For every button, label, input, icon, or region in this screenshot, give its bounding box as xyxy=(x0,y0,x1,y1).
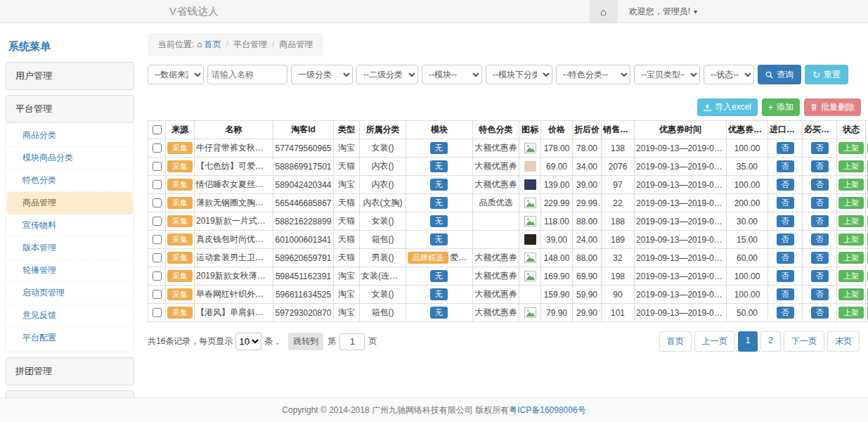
home-button[interactable]: ⌂ xyxy=(590,0,618,23)
row-checkbox[interactable] xyxy=(153,290,162,299)
import-select-badge[interactable]: 否 xyxy=(777,307,794,319)
must-buy-badge[interactable]: 否 xyxy=(811,307,829,319)
pager-button[interactable]: 上一页 xyxy=(694,331,735,352)
breadcrumb-home-link[interactable]: 首页 xyxy=(205,39,221,49)
jump-button[interactable]: 跳转到 xyxy=(288,333,323,350)
must-buy-badge[interactable]: 否 xyxy=(811,179,829,191)
must-buy-badge[interactable]: 否 xyxy=(811,160,829,173)
user-menu[interactable]: 欢迎您，管理员! ▾ xyxy=(629,0,697,23)
row-checkbox[interactable] xyxy=(153,308,162,317)
status-badge[interactable]: 上架 xyxy=(838,142,864,155)
breadcrumb-level2: 商品管理 xyxy=(279,39,313,49)
sidebar-subitem[interactable]: 商品管理 xyxy=(7,192,133,215)
status-badge[interactable]: 上架 xyxy=(838,252,864,264)
table-row: 采集 薄款无钢圈文胸聚拢性... 565446685867 天猫 内衣(文胸) … xyxy=(148,194,868,212)
filter-select-category1[interactable]: 一级分类 xyxy=(291,65,353,84)
select-all-checkbox[interactable] xyxy=(153,125,162,134)
row-checkbox[interactable] xyxy=(153,253,162,262)
sidebar-subitem[interactable]: 轮播管理 xyxy=(7,260,133,282)
pager-button[interactable]: 末页 xyxy=(827,331,860,352)
sidebar-subitem[interactable]: 宣传物料 xyxy=(7,215,133,237)
filter-select-category2[interactable]: --二级分类-- xyxy=(356,65,418,84)
filter-select-module[interactable]: --模块-- xyxy=(422,65,482,84)
icon-cell xyxy=(519,139,541,158)
sidebar-subitem[interactable]: 平台配置 xyxy=(7,327,133,349)
batch-delete-button[interactable]: 批量删除 xyxy=(804,98,861,116)
row-checkbox[interactable] xyxy=(153,217,162,226)
discount-price-cell: 88.00 xyxy=(573,212,602,231)
import-select-badge[interactable]: 否 xyxy=(777,160,794,173)
status-badge[interactable]: 上架 xyxy=(838,288,864,301)
import-select-badge[interactable]: 否 xyxy=(777,234,794,246)
import-select-badge[interactable]: 否 xyxy=(777,197,794,210)
filter-select-module-sub[interactable]: --模块下分类-- xyxy=(486,65,552,84)
row-checkbox[interactable] xyxy=(153,180,162,189)
sidebar-subitem[interactable]: 商品分类 xyxy=(7,124,133,147)
sidebar-group-platform[interactable]: 平台管理 xyxy=(6,95,134,123)
must-buy-badge[interactable]: 否 xyxy=(811,215,829,228)
pager-button[interactable]: 2 xyxy=(760,331,781,352)
pager-button[interactable]: 1 xyxy=(738,331,758,352)
jump-page-input[interactable] xyxy=(339,333,365,350)
status-badge[interactable]: 上架 xyxy=(838,270,864,283)
coupon-time-cell: 2019-09-13—2019-09-18 xyxy=(635,304,727,322)
import-excel-button[interactable]: 导入excel xyxy=(697,98,758,116)
import-select-badge[interactable]: 否 xyxy=(777,179,794,191)
row-checkbox[interactable] xyxy=(153,271,162,281)
row-checkbox[interactable] xyxy=(153,143,162,153)
status-badge[interactable]: 上架 xyxy=(838,197,864,210)
module-cell: 无 xyxy=(406,212,473,231)
sales-cell: 138 xyxy=(602,139,635,158)
must-buy-badge[interactable]: 否 xyxy=(811,142,829,155)
pager-button[interactable]: 首页 xyxy=(659,331,692,352)
category-cell: 男装() xyxy=(360,249,406,267)
row-checkbox[interactable] xyxy=(153,198,162,207)
coupon-amount-cell: 35.00 xyxy=(727,158,768,176)
sidebar-subitem[interactable]: 意见反馈 xyxy=(7,305,133,327)
status-badge[interactable]: 上架 xyxy=(838,160,864,173)
filter-select-item-type[interactable]: --宝贝类型-- xyxy=(634,65,700,84)
type-cell: 淘宝 xyxy=(334,286,360,304)
feature-cell: 大额优惠券 xyxy=(473,139,519,158)
module-badge: 无 xyxy=(430,160,448,173)
price-cell: 148.00 xyxy=(541,249,573,267)
sidebar-group-user[interactable]: 用户管理 xyxy=(6,62,134,90)
icon-cell xyxy=(519,286,541,304)
status-badge[interactable]: 上架 xyxy=(838,215,864,228)
import-select-badge[interactable]: 否 xyxy=(777,288,794,301)
page-size-select[interactable]: 10 xyxy=(235,333,261,350)
coupon-time-cell: 2019-09-13—2019-09-20 xyxy=(635,231,727,249)
icp-link[interactable]: 粤ICP备16098006号 xyxy=(509,404,585,416)
reset-button[interactable]: ↻ 重置 xyxy=(805,65,848,84)
name-search-input[interactable] xyxy=(207,65,287,84)
status-badge[interactable]: 上架 xyxy=(838,234,864,246)
add-button[interactable]: + 添加 xyxy=(762,98,800,116)
sidebar-subitem[interactable]: 特色分类 xyxy=(7,170,133,192)
coupon-amount-cell: 100.00 xyxy=(727,176,768,194)
broken-image-icon xyxy=(524,252,536,263)
row-checkbox[interactable] xyxy=(153,162,162,171)
pager-button[interactable]: 下一页 xyxy=(784,331,824,352)
search-button[interactable]: 查询 xyxy=(758,65,801,84)
filter-select-feature[interactable]: --特色分类-- xyxy=(556,65,630,84)
import-select-badge[interactable]: 否 xyxy=(777,252,794,264)
must-buy-badge[interactable]: 否 xyxy=(811,234,829,246)
sidebar-subitem[interactable]: 版本管理 xyxy=(7,237,133,260)
must-buy-badge[interactable]: 否 xyxy=(811,288,829,301)
filter-select-status[interactable]: --状态-- xyxy=(704,65,754,84)
sidebar-subitem[interactable]: 启动页管理 xyxy=(7,282,133,305)
must-buy-badge[interactable]: 否 xyxy=(811,270,829,283)
status-badge[interactable]: 上架 xyxy=(838,179,864,191)
discount-price-cell: 59.90 xyxy=(573,286,602,304)
row-checkbox[interactable] xyxy=(153,235,162,244)
source-cell: 采集 xyxy=(166,231,195,249)
import-select-badge[interactable]: 否 xyxy=(777,142,794,155)
sidebar-group[interactable]: 拼团管理 xyxy=(6,357,134,385)
must-buy-badge[interactable]: 否 xyxy=(811,197,829,210)
sidebar-subitem[interactable]: 模块商品分类 xyxy=(7,147,133,170)
must-buy-badge[interactable]: 否 xyxy=(811,252,829,264)
import-select-badge[interactable]: 否 xyxy=(777,215,794,228)
filter-select-data-source[interactable]: --数据来源-- xyxy=(148,65,204,84)
import-select-badge[interactable]: 否 xyxy=(777,270,794,283)
status-badge[interactable]: 上架 xyxy=(838,307,864,319)
